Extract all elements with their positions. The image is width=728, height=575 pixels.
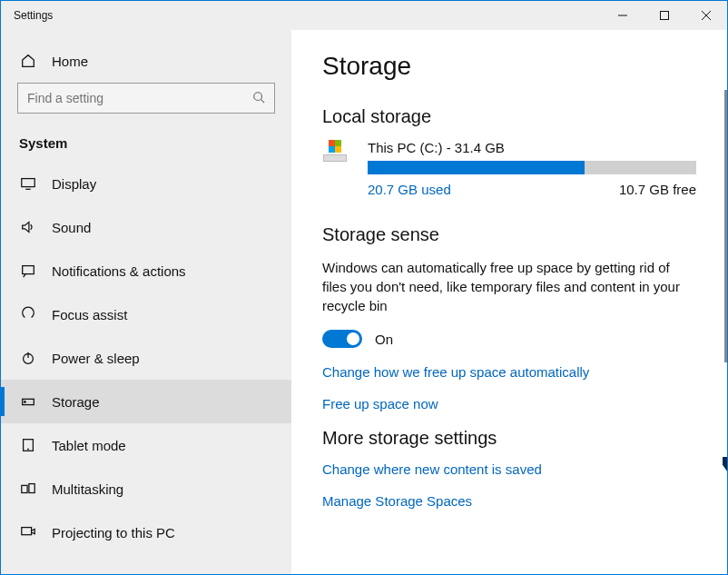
sidebar-section-system: System [1,130,291,162]
svg-line-5 [261,99,265,103]
svg-rect-16 [29,484,34,493]
storage-bar-fill [368,161,585,174]
maximize-button[interactable] [644,1,685,30]
sidebar: Home System Display Sound Notifications … [1,30,291,574]
link-free-up-now[interactable]: Free up space now [322,396,696,411]
window-controls [602,1,727,30]
local-storage-heading: Local storage [322,106,696,127]
storage-sense-toggle-label: On [375,332,393,347]
sidebar-item-focus-assist[interactable]: Focus assist [1,292,291,336]
sidebar-item-sound[interactable]: Sound [1,205,291,249]
scrollbar[interactable] [724,90,727,362]
svg-rect-8 [23,266,34,274]
storage-sense-toggle-row: On [322,330,696,348]
svg-rect-15 [22,485,27,492]
search-field[interactable] [27,91,252,105]
sound-icon [19,218,37,236]
storage-sense-toggle[interactable] [322,330,362,348]
svg-point-12 [25,402,25,402]
drive-row[interactable]: This PC (C:) - 31.4 GB 20.7 GB used 10.7… [322,140,696,197]
projecting-icon [19,523,37,541]
tablet-icon [19,436,37,454]
sidebar-item-projecting[interactable]: Projecting to this PC [1,511,291,554]
power-icon [19,349,37,367]
svg-rect-17 [22,528,32,535]
drive-icon [322,140,348,162]
home-label: Home [52,54,88,69]
sidebar-item-label: Storage [52,394,100,410]
drive-info: This PC (C:) - 31.4 GB 20.7 GB used 10.7… [368,140,696,197]
sidebar-item-label: Multitasking [52,481,123,497]
storage-bar [368,161,696,174]
link-change-save-location[interactable]: Change where new content is saved [322,461,696,477]
link-change-free-up[interactable]: Change how we free up space automaticall… [322,364,696,380]
main-content: Storage Local storage This PC (C:) - 31.… [291,30,727,574]
storage-sense-description: Windows can automatically free up space … [322,258,696,315]
titlebar: Settings [1,1,727,30]
storage-used-label[interactable]: 20.7 GB used [368,182,451,197]
sidebar-item-storage[interactable]: Storage [1,380,291,423]
sidebar-item-label: Focus assist [52,307,127,322]
drive-name: This PC (C:) - 31.4 GB [368,140,696,155]
window-title: Settings [14,9,53,22]
page-title: Storage [322,52,696,81]
sidebar-item-label: Notifications & actions [52,263,186,279]
link-manage-storage-spaces[interactable]: Manage Storage Spaces [322,493,696,509]
multitasking-icon [19,480,37,498]
storage-icon [19,392,37,411]
close-button[interactable] [685,1,727,30]
sidebar-item-multitasking[interactable]: Multitasking [1,467,291,511]
home-icon [19,52,37,70]
svg-point-4 [254,92,262,100]
sidebar-item-label: Power & sleep [52,351,140,366]
sidebar-item-label: Tablet mode [52,438,126,453]
storage-sense-heading: Storage sense [322,224,696,245]
search-icon [252,91,265,106]
sidebar-item-label: Projecting to this PC [52,525,175,540]
annotation-arrow [723,457,727,511]
svg-rect-1 [661,12,669,20]
sidebar-item-home[interactable]: Home [1,46,291,83]
storage-free-label: 10.7 GB free [619,182,696,197]
display-icon [19,174,37,193]
minimize-button[interactable] [602,1,644,30]
notifications-icon [19,262,37,280]
more-storage-heading: More storage settings [322,428,696,449]
focus-assist-icon [19,305,37,323]
sidebar-item-tablet-mode[interactable]: Tablet mode [1,423,291,467]
search-input[interactable] [17,83,275,114]
sidebar-item-label: Display [52,176,96,192]
sidebar-item-power-sleep[interactable]: Power & sleep [1,336,291,380]
sidebar-item-notifications[interactable]: Notifications & actions [1,249,291,292]
sidebar-item-label: Sound [52,220,91,235]
sidebar-item-display[interactable]: Display [1,162,291,205]
svg-rect-6 [22,179,34,187]
